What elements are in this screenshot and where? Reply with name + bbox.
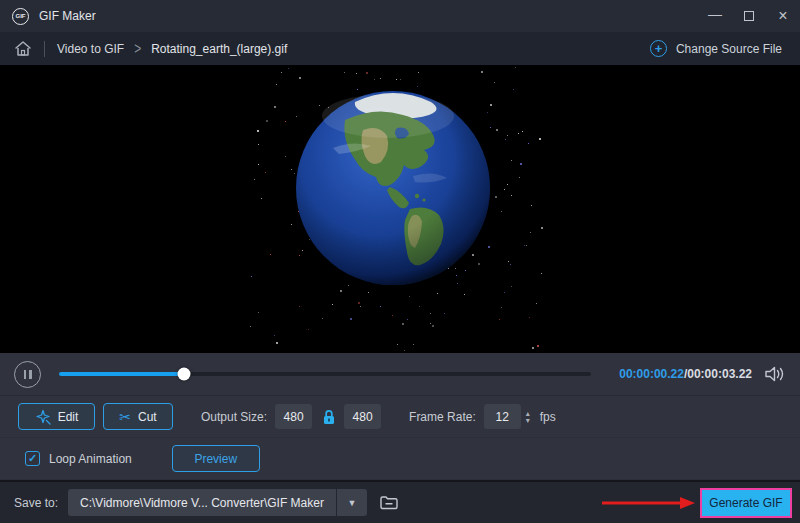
close-button[interactable]: × xyxy=(766,0,800,32)
star-dot xyxy=(404,350,405,351)
lock-aspect-button[interactable] xyxy=(322,409,336,425)
star-dot xyxy=(524,245,525,246)
star-dot xyxy=(418,72,419,73)
star-dot xyxy=(501,211,502,212)
star-dot xyxy=(539,138,541,140)
star-dot xyxy=(258,312,259,313)
star-dot xyxy=(537,345,539,347)
star-dot xyxy=(257,130,259,132)
star-dot xyxy=(515,67,516,68)
breadcrumb-bar: Video to GIF > Rotating_earth_(large).gi… xyxy=(0,32,800,65)
star-dot xyxy=(494,82,495,83)
save-path-control: C:\Vidmore\Vidmore V... Converter\GIF Ma… xyxy=(68,489,367,516)
window-controls: — × xyxy=(698,0,800,32)
player-controls: 00:00:00.22/00:00:03.22 xyxy=(0,353,800,396)
star-dot xyxy=(432,325,434,327)
star-dot xyxy=(437,293,438,294)
fps-unit-label: fps xyxy=(540,410,556,424)
star-dot xyxy=(496,129,498,131)
star-dot xyxy=(529,317,530,318)
scissors-icon: ✂ xyxy=(119,409,131,425)
magic-wand-icon xyxy=(35,409,51,425)
breadcrumb-filename: Rotating_earth_(large).gif xyxy=(151,42,287,56)
star-dot xyxy=(518,133,519,134)
output-height-input[interactable]: 480 xyxy=(344,404,381,429)
star-dot xyxy=(541,273,542,274)
save-path-value[interactable]: C:\Vidmore\Vidmore V... Converter\GIF Ma… xyxy=(68,496,336,510)
pause-button[interactable] xyxy=(14,361,41,388)
app-logo-text: GIF xyxy=(16,13,26,19)
edit-button[interactable]: Edit xyxy=(18,403,95,430)
star-dot xyxy=(508,261,509,262)
edit-label: Edit xyxy=(58,410,79,424)
output-size-label: Output Size: xyxy=(201,410,267,424)
preview-button[interactable]: Preview xyxy=(172,445,260,472)
minimize-button[interactable]: — xyxy=(698,0,732,32)
loop-animation-checkbox[interactable]: ✓ xyxy=(25,451,40,466)
star-dot xyxy=(350,318,352,320)
star-dot xyxy=(258,164,259,165)
star-dot xyxy=(419,306,420,307)
cut-label: Cut xyxy=(138,410,157,424)
star-dot xyxy=(299,77,301,79)
close-icon: × xyxy=(778,7,787,25)
progress-thumb[interactable] xyxy=(178,368,191,381)
star-dot xyxy=(254,179,255,180)
plus-circle-icon: + xyxy=(650,40,667,57)
star-dot xyxy=(513,89,514,90)
star-dot xyxy=(409,296,410,297)
breadcrumb-section[interactable]: Video to GIF xyxy=(57,42,124,56)
chevron-right-icon: > xyxy=(134,39,141,57)
star-dot xyxy=(265,172,266,173)
toolbar-row-2: ✓ Loop Animation Preview xyxy=(0,438,800,480)
volume-button[interactable] xyxy=(764,365,786,383)
minimize-icon: — xyxy=(708,6,722,22)
pause-icon xyxy=(24,370,27,379)
frame-rate-input[interactable]: 12 xyxy=(484,404,521,429)
total-time: /00:00:03.22 xyxy=(684,367,752,381)
timestamp: 00:00:00.22/00:00:03.22 xyxy=(619,367,752,381)
star-dot xyxy=(507,135,508,136)
maximize-button[interactable] xyxy=(732,0,766,32)
star-dot xyxy=(360,306,361,307)
home-button[interactable] xyxy=(14,40,32,57)
frame-rate-stepper[interactable]: ▴ ▾ xyxy=(526,410,530,424)
annotation-arrow-icon xyxy=(600,495,696,511)
star-dot xyxy=(536,303,537,304)
star-dot xyxy=(402,323,404,325)
star-dot xyxy=(532,347,534,349)
save-path-dropdown[interactable]: ▼ xyxy=(337,498,367,508)
progress-fill xyxy=(59,372,184,376)
star-dot xyxy=(495,196,497,198)
loop-animation-label: Loop Animation xyxy=(49,452,132,466)
open-folder-button[interactable] xyxy=(379,494,399,511)
generate-gif-button[interactable]: Generate GIF xyxy=(700,488,792,518)
folder-icon xyxy=(379,494,399,511)
output-width-input[interactable]: 480 xyxy=(275,404,312,429)
app-logo-icon: GIF xyxy=(12,8,29,25)
footer-bar: Save to: C:\Vidmore\Vidmore V... Convert… xyxy=(0,480,800,523)
speaker-icon xyxy=(764,365,786,383)
star-dot xyxy=(274,106,276,108)
star-dot xyxy=(322,318,323,319)
star-dot xyxy=(519,177,520,178)
star-dot xyxy=(430,313,431,314)
maximize-icon xyxy=(744,11,754,21)
pause-icon xyxy=(29,370,32,379)
star-dot xyxy=(266,120,268,122)
star-dot xyxy=(501,307,502,308)
star-dot xyxy=(511,195,512,196)
star-dot xyxy=(281,72,282,73)
star-dot xyxy=(276,84,277,85)
star-dot xyxy=(374,79,375,80)
star-dot xyxy=(276,342,278,344)
progress-slider[interactable] xyxy=(59,372,591,376)
star-dot xyxy=(530,232,531,233)
change-source-file-button[interactable]: + Change Source File xyxy=(650,40,782,57)
star-dot xyxy=(251,276,252,277)
cut-button[interactable]: ✂ Cut xyxy=(103,403,173,430)
stepper-down-icon[interactable]: ▾ xyxy=(526,417,530,424)
breadcrumb-divider xyxy=(44,41,45,57)
star-dot xyxy=(368,292,369,293)
star-dot xyxy=(528,143,529,144)
